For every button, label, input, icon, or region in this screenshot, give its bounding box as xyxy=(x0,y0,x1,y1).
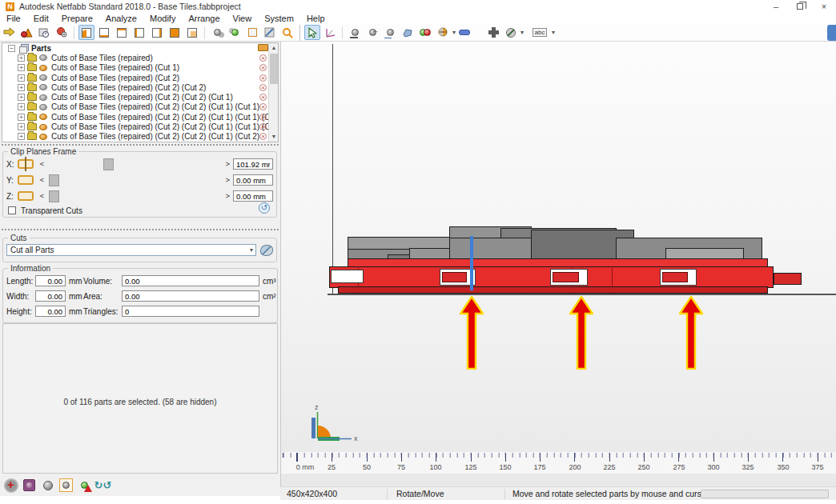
clip-x-value-field[interactable] xyxy=(233,158,273,170)
refresh-button[interactable]: ↻↺ xyxy=(96,478,110,492)
volume-field[interactable] xyxy=(122,275,259,286)
shaded-view-button[interactable] xyxy=(41,478,54,492)
tree-scrollbar[interactable]: ▲ ▼ xyxy=(268,43,278,142)
menu-prepare[interactable]: Prepare xyxy=(55,14,99,23)
visibility-eye-icon[interactable] xyxy=(39,74,47,81)
height-field[interactable] xyxy=(35,306,66,317)
visibility-eye-icon[interactable] xyxy=(39,114,47,120)
clip-y-slider-thumb[interactable] xyxy=(49,174,59,186)
visibility-eye-icon[interactable] xyxy=(39,104,47,110)
remove-part-icon[interactable]: × xyxy=(259,84,267,91)
expand-icon[interactable]: + xyxy=(18,94,25,101)
tree-row[interactable]: + Cuts of Base Tiles (repaired) (Cut 2) … xyxy=(2,92,278,102)
clip-y-value-field[interactable] xyxy=(233,174,273,186)
restore-button[interactable] xyxy=(788,0,812,13)
settings-add-button[interactable] xyxy=(4,478,18,492)
clip-plane-line[interactable] xyxy=(470,236,473,290)
expand-icon[interactable]: + xyxy=(18,54,25,62)
parts-root-row[interactable]: − Parts xyxy=(2,43,278,53)
active-view-mode-button[interactable] xyxy=(59,478,73,492)
visibility-eye-icon[interactable] xyxy=(39,65,47,71)
label-caret-icon[interactable]: ▾ xyxy=(552,29,555,36)
tree-row[interactable]: + Cuts of Base Tiles (repaired) (Cut 2) … xyxy=(2,73,278,82)
slider-decrease-button[interactable]: < xyxy=(38,176,46,184)
menu-system[interactable]: System xyxy=(258,14,300,23)
part-info-button[interactable] xyxy=(36,25,52,40)
width-field[interactable] xyxy=(35,290,66,302)
remove-part-icon[interactable]: × xyxy=(259,64,267,71)
import-part-button[interactable] xyxy=(1,25,17,40)
menu-edit[interactable]: Edit xyxy=(27,14,55,23)
slider-decrease-button[interactable]: < xyxy=(38,160,46,168)
tree-row[interactable]: + Cuts of Base Tiles (repaired) (Cut 2) … xyxy=(2,82,278,92)
view-back-button[interactable] xyxy=(114,25,130,40)
visibility-eye-icon[interactable] xyxy=(39,124,47,130)
view-front-button[interactable] xyxy=(96,25,112,40)
expand-icon[interactable]: + xyxy=(18,114,25,121)
add-part-analysis-button[interactable] xyxy=(54,25,70,40)
tree-row[interactable]: + Cuts of Base Tiles (repaired) (Cut 2) … xyxy=(2,102,278,112)
tree-row[interactable]: + Cuts of Base Tiles (repaired) × xyxy=(2,53,278,62)
clip-z-slider[interactable] xyxy=(47,190,223,202)
docked-panel-edge[interactable] xyxy=(827,25,836,41)
reset-clip-button[interactable]: ↺ xyxy=(259,202,270,214)
add-part-button[interactable] xyxy=(485,25,501,40)
clip-view-button[interactable] xyxy=(262,25,278,40)
view-bottom-button[interactable] xyxy=(184,25,200,40)
show-all-parts-button[interactable] xyxy=(209,25,225,40)
visibility-eye-icon[interactable] xyxy=(39,134,47,140)
menu-analyze[interactable]: Analyze xyxy=(99,14,143,23)
3d-viewport[interactable]: z x 0 mm 25 50 75 100 125 150 175 200 22… xyxy=(280,42,836,486)
cut-caret-icon[interactable]: ▾ xyxy=(520,29,524,36)
expand-icon[interactable]: + xyxy=(18,84,25,91)
zoom-to-part-button[interactable] xyxy=(347,25,363,40)
toggle-colors-button[interactable] xyxy=(417,25,433,40)
transparent-cuts-checkbox[interactable] xyxy=(8,206,16,214)
length-field[interactable] xyxy=(35,275,66,286)
remove-part-icon[interactable]: × xyxy=(259,74,267,82)
slider-increase-button[interactable]: > xyxy=(224,176,231,184)
cuts-dropdown[interactable]: Cut all Parts ▾ xyxy=(6,244,256,256)
expand-icon[interactable]: + xyxy=(18,133,25,140)
clip-x-slider-thumb[interactable] xyxy=(103,158,114,170)
fit-view-button[interactable] xyxy=(400,25,416,40)
expand-icon[interactable]: + xyxy=(18,64,25,71)
menu-modify[interactable]: Modify xyxy=(143,14,182,23)
expand-icon[interactable]: + xyxy=(18,74,25,82)
create-primitive-button[interactable] xyxy=(18,25,34,40)
tree-row[interactable]: + Cuts of Base Tiles (repaired) (Cut 2) … xyxy=(2,112,278,122)
rotate-view-button[interactable]: ⌒ xyxy=(364,25,380,40)
scroll-down-icon[interactable]: ▼ xyxy=(269,132,279,142)
remove-part-icon[interactable]: × xyxy=(259,123,267,130)
close-button[interactable]: × xyxy=(812,0,836,13)
scroll-up-icon[interactable]: ▲ xyxy=(269,43,279,53)
view-isometric-button[interactable] xyxy=(78,25,94,40)
remove-part-icon[interactable]: × xyxy=(259,114,267,121)
view-right-button[interactable] xyxy=(149,25,165,40)
menu-view[interactable]: View xyxy=(227,14,259,23)
menu-file[interactable]: File xyxy=(0,14,27,23)
pan-view-button[interactable] xyxy=(382,25,398,40)
tree-row[interactable]: + Cuts of Base Tiles (repaired) (Cut 2) … xyxy=(2,132,278,142)
slider-increase-button[interactable]: > xyxy=(224,160,231,168)
move-tool-button[interactable] xyxy=(322,25,338,40)
clip-plane-y-icon[interactable] xyxy=(18,175,34,185)
section-sphere-button[interactable] xyxy=(435,25,451,40)
collapse-icon[interactable]: − xyxy=(8,45,15,52)
expand-icon[interactable]: + xyxy=(18,123,25,130)
tree-row[interactable]: + Cuts of Base Tiles (repaired) (Cut 1) … xyxy=(2,63,278,73)
minimize-button[interactable]: – xyxy=(764,0,788,13)
triangles-field[interactable] xyxy=(122,306,259,317)
clip-z-slider-thumb[interactable] xyxy=(49,190,59,202)
remove-part-icon[interactable]: × xyxy=(259,94,267,101)
expand-icon[interactable]: + xyxy=(18,103,25,110)
area-field[interactable] xyxy=(122,290,259,302)
clip-plane-z-icon[interactable] xyxy=(18,191,34,201)
shade-parts-button[interactable] xyxy=(227,25,243,40)
package-view-button[interactable] xyxy=(22,478,36,492)
clip-z-value-field[interactable] xyxy=(233,190,273,202)
slider-decrease-button[interactable]: < xyxy=(38,192,46,200)
clip-y-slider[interactable] xyxy=(47,174,223,186)
tree-row[interactable]: + Cuts of Base Tiles (repaired) (Cut 2) … xyxy=(2,122,278,131)
clip-plane-x-icon[interactable] xyxy=(18,159,34,169)
